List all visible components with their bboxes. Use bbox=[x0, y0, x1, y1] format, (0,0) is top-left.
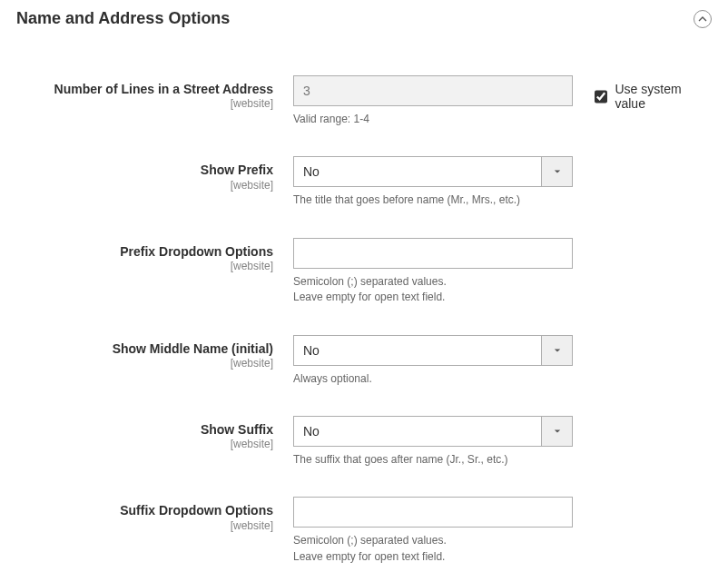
collapse-toggle-button[interactable] bbox=[694, 10, 712, 28]
label-col: Suffix Dropdown Options [website] bbox=[16, 497, 293, 531]
field-label: Show Suffix bbox=[201, 422, 273, 437]
prefix-options-input[interactable] bbox=[293, 238, 573, 269]
scope-label: [website] bbox=[16, 357, 273, 370]
label-col: Number of Lines in a Street Address [web… bbox=[16, 75, 293, 110]
show-middle-select[interactable]: No bbox=[293, 335, 573, 366]
label-col: Show Prefix [website] bbox=[16, 156, 293, 191]
control-col: Valid range: 1-4 bbox=[293, 75, 573, 127]
field-label: Show Middle Name (initial) bbox=[113, 341, 273, 356]
field-show-middle: Show Middle Name (initial) [website] No … bbox=[16, 335, 712, 387]
show-prefix-select[interactable]: No bbox=[293, 156, 573, 187]
field-hint: The suffix that goes after name (Jr., Sr… bbox=[293, 452, 573, 468]
select-value: No bbox=[294, 417, 541, 446]
select-arrow bbox=[541, 417, 572, 446]
field-show-suffix: Show Suffix [website] No The suffix that… bbox=[16, 416, 712, 468]
scope-label: [website] bbox=[16, 260, 273, 272]
label-col: Prefix Dropdown Options [website] bbox=[16, 238, 293, 272]
field-label: Show Prefix bbox=[201, 163, 273, 177]
use-system-label: Use system value bbox=[615, 82, 712, 111]
field-label: Suffix Dropdown Options bbox=[120, 503, 273, 518]
show-suffix-select[interactable]: No bbox=[293, 416, 573, 447]
control-col: Semicolon (;) separated values. Leave em… bbox=[293, 238, 573, 306]
select-value: No bbox=[294, 336, 541, 365]
chevron-up-icon bbox=[698, 15, 707, 24]
field-label: Number of Lines in a Street Address bbox=[54, 82, 273, 96]
use-system-checkbox-wrap[interactable]: Use system value bbox=[595, 82, 712, 111]
select-arrow bbox=[541, 157, 572, 186]
field-suffix-options: Suffix Dropdown Options [website] Semico… bbox=[16, 497, 712, 565]
section-title: Name and Address Options bbox=[16, 9, 230, 28]
field-prefix-options: Prefix Dropdown Options [website] Semico… bbox=[16, 238, 712, 306]
control-col: No The suffix that goes after name (Jr.,… bbox=[293, 416, 573, 468]
use-system-checkbox[interactable] bbox=[595, 90, 607, 104]
scope-label: [website] bbox=[16, 179, 273, 192]
label-col: Show Suffix [website] bbox=[16, 416, 293, 450]
control-col: Semicolon (;) separated values. Leave em… bbox=[293, 497, 573, 565]
label-col: Show Middle Name (initial) [website] bbox=[16, 335, 293, 370]
section-header: Name and Address Options bbox=[16, 9, 712, 39]
street-lines-input bbox=[293, 75, 573, 106]
field-hint: Valid range: 1-4 bbox=[293, 112, 573, 127]
field-hint: Semicolon (;) separated values. Leave em… bbox=[293, 533, 573, 565]
caret-down-icon bbox=[554, 428, 561, 435]
field-street-lines: Number of Lines in a Street Address [web… bbox=[16, 75, 712, 127]
field-hint: The title that goes before name (Mr., Mr… bbox=[293, 192, 573, 208]
control-col: No Always optional. bbox=[293, 335, 573, 387]
caret-down-icon bbox=[554, 347, 561, 354]
extra-col: Use system value bbox=[573, 75, 712, 111]
scope-label: [website] bbox=[16, 97, 273, 110]
select-value: No bbox=[294, 157, 541, 186]
scope-label: [website] bbox=[16, 438, 273, 450]
suffix-options-input[interactable] bbox=[293, 497, 573, 528]
field-hint: Semicolon (;) separated values. Leave em… bbox=[293, 274, 573, 306]
control-col: No The title that goes before name (Mr.,… bbox=[293, 156, 573, 208]
field-hint: Always optional. bbox=[293, 371, 573, 387]
select-arrow bbox=[541, 336, 572, 365]
caret-down-icon bbox=[554, 168, 561, 175]
field-show-prefix: Show Prefix [website] No The title that … bbox=[16, 156, 712, 208]
scope-label: [website] bbox=[16, 519, 273, 532]
field-label: Prefix Dropdown Options bbox=[120, 244, 273, 259]
